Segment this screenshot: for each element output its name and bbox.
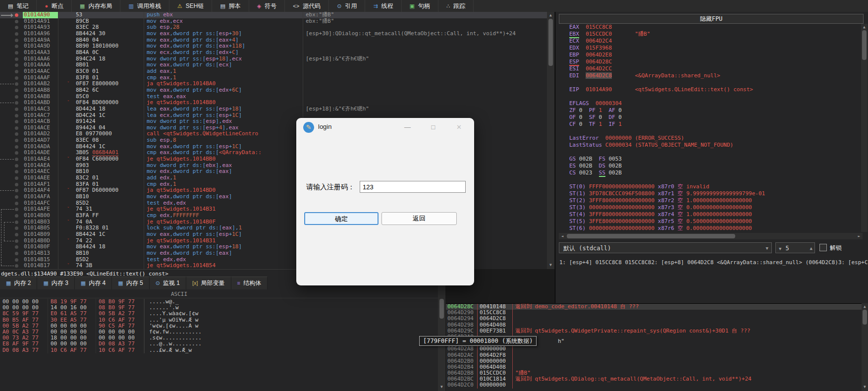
- tab-跟踪[interactable]: ∴跟踪: [438, 0, 474, 12]
- tab-句柄[interactable]: ▣句柄: [402, 0, 438, 12]
- registers-vscrollbar[interactable]: ▲: [861, 24, 868, 232]
- tab-内存 5[interactable]: ▦内存 5: [112, 277, 149, 289]
- breakpoint-dot[interactable]: [0, 118, 23, 125]
- hex-dump[interactable]: 00 00 00 00B8 19 9F 7708 B0 9F 77.....w@…: [0, 299, 445, 353]
- stack-scrollbar[interactable]: ▲ ▼: [862, 303, 868, 391]
- breakpoint-dot[interactable]: [0, 225, 23, 231]
- calling-convention-select[interactable]: 默认 (stdcall) ▼: [559, 242, 772, 253]
- register-line[interactable]: ECX 0064D2C4: [569, 38, 857, 45]
- argument-line[interactable]: 2: [esp+8] 0064D2C8 <&QArrayData::shared…: [651, 259, 838, 266]
- tab-局部变量[interactable]: [x]局部变量: [186, 277, 231, 289]
- register-line[interactable]: OF 0 SF 0 DF 0: [569, 114, 857, 121]
- ok-button[interactable]: 确定: [304, 212, 379, 225]
- breakpoint-dot[interactable]: [0, 31, 23, 37]
- breakpoint-dot[interactable]: [0, 137, 23, 144]
- breakpoint-dot[interactable]: [0, 62, 23, 68]
- scroll-up-icon[interactable]: ▲: [861, 25, 868, 29]
- scroll-right-icon[interactable]: ►: [857, 234, 862, 238]
- tab-源代码[interactable]: <>源代码: [285, 0, 329, 12]
- registers-hscrollbar[interactable]: ◄ ►: [559, 233, 863, 239]
- hide-fpu-button[interactable]: 隐藏FPU: [559, 14, 864, 24]
- breakpoint-dot[interactable]: [0, 50, 23, 56]
- register-line[interactable]: CF 0 TF 1 IF 1: [569, 121, 857, 128]
- tab-SEH链[interactable]: ⚠SEH链: [169, 0, 213, 12]
- register-line[interactable]: ST(1) 3FD78CBCCC096F508800 x87r1 空 9.999…: [569, 190, 857, 197]
- breakpoint-dot[interactable]: [0, 150, 23, 156]
- register-line[interactable]: EDX 015F3968: [569, 45, 857, 52]
- breakpoint-dot[interactable]: [0, 213, 23, 219]
- stack-row[interactable]: 0064D2AC0064D2F8: [446, 352, 868, 358]
- chevron-up-icon[interactable]: ▲: [810, 243, 813, 254]
- dump-scrollbar[interactable]: ▲ ▼: [438, 269, 445, 391]
- register-line[interactable]: ST(3) 00000000000000000000 x87r3 空 0.000…: [569, 204, 857, 211]
- tab-内存 4[interactable]: ▦内存 4: [75, 277, 112, 289]
- breakpoint-dot[interactable]: [0, 131, 23, 137]
- register-line[interactable]: EIP 01014A90 <qt5widgets.QLineEdit::text…: [569, 86, 857, 93]
- register-line[interactable]: ST(2) 3FFF8000000000000000 x87r2 空 1.000…: [569, 197, 857, 204]
- disasm-scrollbar[interactable]: ▲ ▼: [547, 12, 554, 269]
- breakpoint-dot[interactable]: [0, 244, 23, 250]
- tab-调用堆栈[interactable]: ▥调用堆栈: [120, 0, 169, 12]
- tab-内存 2[interactable]: ▦内存 2: [0, 277, 37, 289]
- register-line[interactable]: [569, 128, 857, 135]
- breakpoint-dot[interactable]: [0, 37, 23, 44]
- scroll-down-icon[interactable]: ▼: [438, 385, 445, 389]
- stack-row[interactable]: 0064D2980064D408: [446, 322, 868, 328]
- register-line[interactable]: EFLAGS 00000304: [569, 100, 857, 107]
- argument-line[interactable]: 1: [esp+4] 015CC8C8 015CC8C8: [559, 259, 651, 266]
- breakpoint-dot[interactable]: [0, 231, 23, 238]
- breakpoint-dot[interactable]: [0, 24, 23, 31]
- scroll-up-icon[interactable]: ▲: [547, 13, 554, 17]
- tab-内存布局[interactable]: ▦内存布局: [72, 0, 120, 12]
- scroll-left-icon[interactable]: ◄: [560, 234, 565, 238]
- argument-line[interactable]: 3: [esp+C] 0064D408 0064D408: [838, 259, 868, 266]
- register-line[interactable]: ESI 0064D2CC: [569, 65, 857, 72]
- stack-row[interactable]: 0064D290015CC8C8: [446, 310, 868, 316]
- stack-row[interactable]: 0064D2BC010C1814返回到 qt5widgets.QDialog::…: [446, 376, 868, 382]
- register-line[interactable]: EBX 015CCDC0 "膰B": [569, 31, 857, 38]
- tab-内存 3[interactable]: ▦内存 3: [37, 277, 74, 289]
- register-line[interactable]: EDI 0064D2C8 <&QArrayData::shared_null>: [569, 72, 857, 79]
- breakpoint-dot[interactable]: [0, 112, 23, 119]
- maximize-button[interactable]: □: [422, 120, 444, 135]
- register-line[interactable]: GS 002B FS 0053: [569, 156, 857, 163]
- tab-结构体[interactable]: ≡结构体: [231, 277, 268, 289]
- register-line[interactable]: [569, 176, 857, 183]
- register-line[interactable]: ST(5) 3FFE8000000000000000 x87r5 空 0.500…: [569, 218, 857, 225]
- tab-断点[interactable]: ●断点: [37, 0, 72, 12]
- stack-row[interactable]: 0064D2C000000000: [446, 382, 868, 388]
- register-line[interactable]: LastError 00000000 (ERROR_SUCCESS): [569, 135, 857, 142]
- breakpoint-dot[interactable]: [0, 181, 23, 188]
- stack-row[interactable]: 0064D2B40064D408: [446, 364, 868, 370]
- dump-row[interactable]: 8C 59 9F 77E0 61 A5 7700 5B A2 77....Y.w…: [0, 311, 445, 317]
- register-line[interactable]: EBP 0064D2E8: [569, 52, 857, 58]
- tab-符号[interactable]: ◈符号: [249, 0, 285, 12]
- breakpoint-dot[interactable]: [0, 106, 23, 112]
- breakpoint-dot[interactable]: [0, 68, 23, 75]
- register-line[interactable]: ES 002B DS 002B: [569, 163, 857, 169]
- breakpoint-dot[interactable]: [0, 250, 23, 257]
- breakpoint-dot[interactable]: [0, 56, 23, 62]
- stack-row[interactable]: 0064D2A800000000: [446, 346, 868, 352]
- register-line[interactable]: LastStatus C0000034 (STATUS_OBJECT_NAME_…: [569, 142, 857, 149]
- args-count-spinner[interactable]: ▼5 ▲: [775, 242, 815, 253]
- register-line[interactable]: ESP 0064D28C: [569, 58, 857, 65]
- breakpoint-dot[interactable]: [0, 125, 23, 131]
- stack-row[interactable]: 0064D2B8015CCDC0"膰B": [446, 370, 868, 376]
- close-icon[interactable]: ✕: [448, 120, 470, 135]
- register-line[interactable]: [569, 93, 857, 100]
- breakpoint-dot[interactable]: [0, 87, 23, 94]
- back-button[interactable]: 返回: [381, 212, 457, 225]
- scroll-up-icon[interactable]: ▲: [862, 304, 868, 309]
- dump-row[interactable]: B0 B5 AF 7730 EE A5 7710 C6 AF 77...'µ w…: [0, 317, 445, 323]
- stack-row[interactable]: 0064D28C00410148返回到 demo_code_editor.004…: [446, 304, 868, 310]
- stack-panel[interactable]: 0064D28C00410148返回到 demo_code_editor.004…: [446, 303, 868, 391]
- minimize-button[interactable]: —: [396, 120, 419, 135]
- registration-code-input[interactable]: [360, 181, 466, 193]
- dump-row[interactable]: E8 AF 9F 7700 00 00 00D0 08 A3 77...@..w…: [0, 341, 445, 347]
- breakpoint-dot[interactable]: [0, 94, 23, 100]
- breakpoint-dot[interactable]: [0, 75, 23, 81]
- arguments-list[interactable]: 1: [esp+4] 015CC8C8 015CC8C82: [esp+8] 0…: [559, 257, 865, 266]
- breakpoint-dot[interactable]: [0, 175, 23, 181]
- stack-row[interactable]: 0064D2940064D2C8: [446, 316, 868, 322]
